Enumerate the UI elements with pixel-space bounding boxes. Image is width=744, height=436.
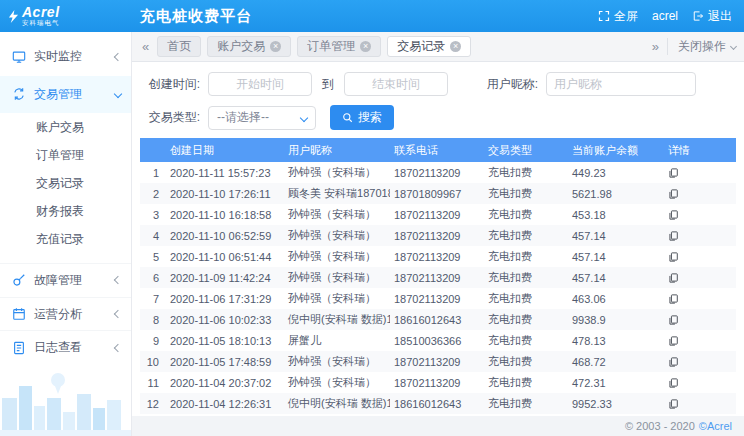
- table-row[interactable]: 11 2020-11-04 20:37:02 孙钟强（安科瑞） 18702113…: [140, 372, 736, 393]
- close-icon[interactable]: ×: [270, 41, 281, 52]
- detail-copy-icon[interactable]: [668, 314, 679, 326]
- row-nickname: 孙钟强（安科瑞）: [284, 228, 390, 243]
- sub-item-label: 交易记录: [36, 175, 84, 192]
- sidebar-item-financial-reports[interactable]: 财务报表: [0, 197, 131, 225]
- table-row[interactable]: 3 2020-11-10 16:18:58 孙钟强（安科瑞） 187021132…: [140, 204, 736, 225]
- chevron-left-icon: [114, 343, 122, 351]
- to-label: 到: [312, 76, 344, 93]
- sidebar-item-recharge-records[interactable]: 充值记录: [0, 225, 131, 253]
- row-index: 8: [140, 314, 164, 326]
- table-row[interactable]: 4 2020-11-10 06:52:59 孙钟强（安科瑞） 187021132…: [140, 225, 736, 246]
- row-detail-cell: [664, 398, 736, 410]
- tab-account-transactions[interactable]: 账户交易 ×: [207, 36, 291, 57]
- row-type: 充电扣费: [484, 270, 568, 285]
- close-icon[interactable]: ×: [360, 41, 371, 52]
- table-row[interactable]: 1 2020-11-11 15:57:23 孙钟强（安科瑞） 187021132…: [140, 162, 736, 183]
- tab-label: 账户交易: [217, 38, 265, 55]
- detail-copy-icon[interactable]: [668, 356, 679, 368]
- row-type: 充电扣费: [484, 207, 568, 222]
- detail-copy-icon[interactable]: [668, 272, 679, 284]
- detail-copy-icon[interactable]: [668, 167, 679, 179]
- row-create-date: 2020-11-04 20:37:02: [164, 377, 284, 389]
- fullscreen-icon: [598, 10, 610, 22]
- table-row[interactable]: 7 2020-11-06 17:31:29 孙钟强（安科瑞） 187021132…: [140, 288, 736, 309]
- detail-copy-icon[interactable]: [668, 188, 679, 200]
- start-time-input[interactable]: [208, 72, 312, 96]
- detail-copy-icon[interactable]: [668, 209, 679, 221]
- tab-label: 订单管理: [307, 38, 355, 55]
- table-row[interactable]: 12 2020-11-04 12:26:31 倪中明(安科瑞 数据)1 1861…: [140, 393, 736, 414]
- row-balance: 453.18: [568, 209, 664, 221]
- tab-home[interactable]: 首页: [157, 36, 201, 57]
- table-row[interactable]: 8 2020-11-06 10:02:33 倪中明(安科瑞 数据)1 18616…: [140, 309, 736, 330]
- row-index: 11: [140, 377, 164, 389]
- table-header: 创建日期 用户昵称 联系电话 交易类型 当前账户余额 详情: [140, 138, 736, 162]
- end-time-input[interactable]: [344, 72, 448, 96]
- copyright-text: © 2003 - 2020: [625, 420, 695, 432]
- row-create-date: 2020-11-09 11:42:24: [164, 272, 284, 284]
- user-menu[interactable]: acrel: [652, 9, 678, 23]
- detail-copy-icon[interactable]: [668, 251, 679, 263]
- sidebar-item-order-management[interactable]: 订单管理: [0, 141, 131, 169]
- sidebar-item-transaction-records[interactable]: 交易记录: [0, 169, 131, 197]
- close-operations-menu[interactable]: 关闭操作: [667, 38, 736, 55]
- row-type: 充电扣费: [484, 186, 568, 201]
- close-icon[interactable]: ×: [450, 41, 461, 52]
- search-label: 搜索: [358, 109, 382, 126]
- open-tabs: 首页 账户交易 × 订单管理 × 交易记录 ×: [157, 36, 644, 57]
- sidebar-item-log-viewer[interactable]: 日志查看: [0, 330, 131, 364]
- table-row[interactable]: 2 2020-11-10 17:26:11 顾冬美 安科瑞1870180 187…: [140, 183, 736, 204]
- filter-row-2: 交易类型: --请选择-- 搜索: [146, 105, 730, 130]
- sidebar-item-realtime-monitoring[interactable]: 实时监控: [0, 38, 131, 76]
- row-phone: 18702113209: [390, 356, 484, 368]
- sidebar-item-account-transactions[interactable]: 账户交易: [0, 113, 131, 141]
- logout-button[interactable]: 退出: [692, 8, 732, 25]
- detail-copy-icon[interactable]: [668, 293, 679, 305]
- search-icon: [342, 112, 353, 123]
- row-balance: 457.14: [568, 251, 664, 263]
- table-row[interactable]: 6 2020-11-09 11:42:24 孙钟强（安科瑞） 187021132…: [140, 267, 736, 288]
- sidebar-item-fault-management[interactable]: 故障管理: [0, 263, 131, 297]
- tabs-scroll-right-icon[interactable]: »: [650, 40, 661, 53]
- header-detail: 详情: [664, 143, 736, 158]
- transactions-table: 创建日期 用户昵称 联系电话 交易类型 当前账户余额 详情 1 2020-11-…: [140, 138, 736, 416]
- transaction-type-select[interactable]: --请选择--: [208, 106, 316, 130]
- row-index: 3: [140, 209, 164, 221]
- filter-row-1: 创建时间: 到 用户昵称:: [146, 72, 730, 96]
- row-phone: 18702113209: [390, 293, 484, 305]
- detail-copy-icon[interactable]: [668, 377, 679, 389]
- row-phone: 18510036366: [390, 335, 484, 347]
- document-icon: [12, 341, 26, 355]
- row-create-date: 2020-11-10 17:26:11: [164, 188, 284, 200]
- tab-order-management[interactable]: 订单管理 ×: [297, 36, 381, 57]
- tab-transaction-records[interactable]: 交易记录 ×: [387, 36, 471, 57]
- table-row[interactable]: 10 2020-11-05 17:48:59 孙钟强（安科瑞） 18702113…: [140, 351, 736, 372]
- sidebar-item-operation-analysis[interactable]: 运营分析: [0, 297, 131, 331]
- search-button[interactable]: 搜索: [330, 105, 394, 130]
- detail-copy-icon[interactable]: [668, 335, 679, 347]
- sub-item-label: 订单管理: [36, 147, 84, 164]
- sidebar-item-transaction-management[interactable]: 交易管理: [0, 76, 131, 114]
- tabs-scroll-left-icon[interactable]: «: [140, 40, 151, 53]
- row-index: 9: [140, 335, 164, 347]
- detail-copy-icon[interactable]: [668, 398, 679, 410]
- row-balance: 9938.9: [568, 314, 664, 326]
- nickname-label: 用户昵称:: [484, 76, 546, 93]
- row-type: 充电扣费: [484, 375, 568, 390]
- detail-copy-icon[interactable]: [668, 230, 679, 242]
- row-create-date: 2020-11-05 17:48:59: [164, 356, 284, 368]
- row-index: 12: [140, 398, 164, 410]
- row-detail-cell: [664, 251, 736, 263]
- row-balance: 457.14: [568, 230, 664, 242]
- table-row[interactable]: 9 2020-11-05 18:10:13 屏蟹儿 18510036366 充电…: [140, 330, 736, 351]
- sub-item-label: 充值记录: [36, 231, 84, 248]
- nickname-filter-group: 用户昵称:: [484, 72, 696, 96]
- row-detail-cell: [664, 293, 736, 305]
- app-window: Acrel 安科瑞电气 充电桩收费平台 全屏 acrel 退出: [0, 0, 744, 436]
- table-row[interactable]: 5 2020-11-10 06:51:44 孙钟强（安科瑞） 187021132…: [140, 246, 736, 267]
- nickname-input[interactable]: [546, 72, 696, 96]
- row-detail-cell: [664, 314, 736, 326]
- logout-icon: [692, 10, 704, 22]
- row-create-date: 2020-11-10 16:18:58: [164, 209, 284, 221]
- fullscreen-button[interactable]: 全屏: [598, 8, 638, 25]
